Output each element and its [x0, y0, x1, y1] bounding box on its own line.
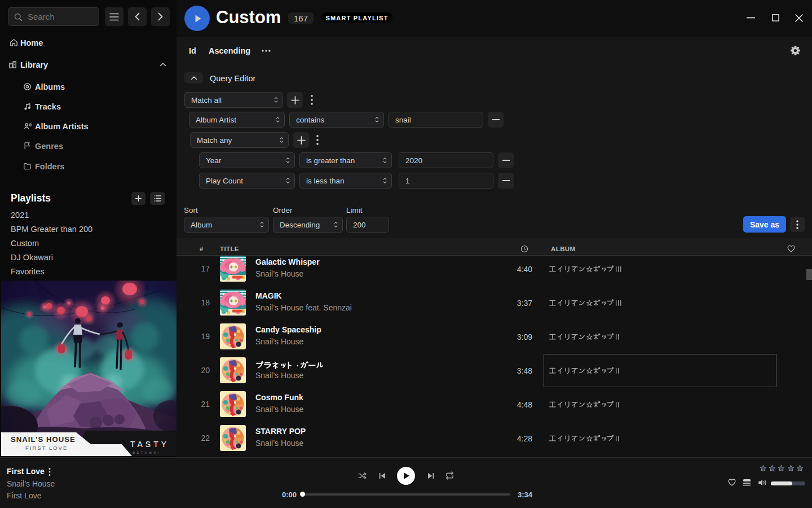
svg-text:SNAIL’S HOUSE: SNAIL’S HOUSE	[11, 435, 76, 444]
svg-text:TASTY: TASTY	[130, 440, 169, 449]
svg-text:FIRST LOVE: FIRST LOVE	[25, 445, 68, 451]
svg-text:BETAMXI: BETAMXI	[133, 451, 161, 454]
